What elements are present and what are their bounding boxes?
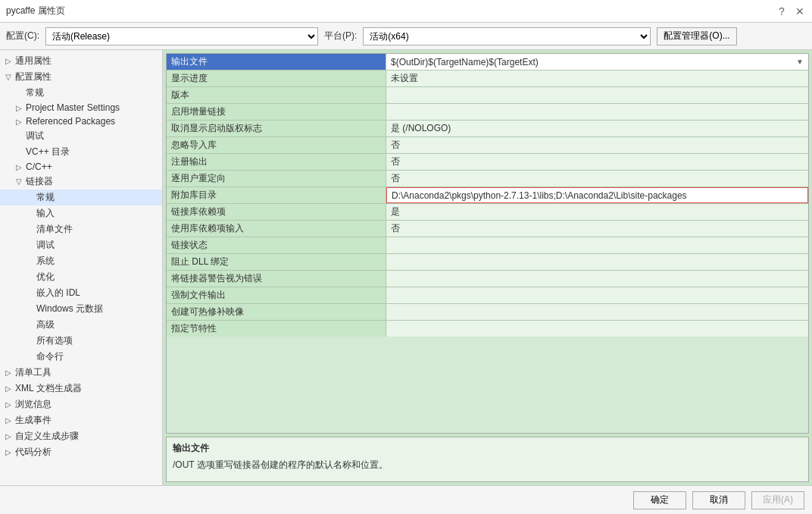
tree-item-build-events[interactable]: ▷生成事件 [0, 412, 162, 428]
property-panel: 输出文件 $(OutDir)$(TargetName)$(TargetExt) … [163, 50, 812, 485]
prop-value-output-file[interactable]: $(OutDir)$(TargetName)$(TargetExt) ▼ [386, 54, 808, 70]
table-row[interactable]: 启用增量链接 [167, 104, 808, 121]
tree-label: C/C++ [26, 161, 52, 172]
tree-label: VC++ 目录 [26, 146, 70, 158]
tree-label: XML 文档生成器 [15, 382, 82, 395]
tree-item-config[interactable]: ▽配置属性 [0, 69, 162, 85]
prop-dropdown[interactable]: $(OutDir)$(TargetName)$(TargetExt) ▼ [391, 57, 804, 67]
tree-item-general2[interactable]: 常规 [0, 85, 162, 101]
tree-item-linker-general[interactable]: 常规 [0, 190, 162, 205]
tree-item-linker-input[interactable]: 输入 [0, 205, 162, 221]
prop-value-treat-linker-warn[interactable] [386, 271, 808, 287]
platform-label: 平台(P): [324, 30, 357, 42]
table-row[interactable]: 阻止 DLL 绑定 [167, 254, 808, 271]
table-row[interactable]: 输出文件 $(OutDir)$(TargetName)$(TargetExt) … [167, 54, 808, 71]
tree-item-linker-windows[interactable]: Windows 元数据 [0, 301, 162, 317]
tree-item-linker-debug[interactable]: 调试 [0, 237, 162, 253]
tree-item-debug[interactable]: 调试 [0, 128, 162, 144]
cancel-button[interactable]: 取消 [692, 491, 745, 509]
tree-item-linker-system[interactable]: 系统 [0, 253, 162, 269]
prop-value-register-output[interactable]: 否 [386, 154, 808, 170]
property-grid: 输出文件 $(OutDir)$(TargetName)$(TargetExt) … [166, 53, 809, 434]
prop-value-use-lib-input[interactable]: 否 [386, 221, 808, 237]
prop-value-link-status[interactable] [386, 237, 808, 253]
description-panel: 输出文件 /OUT 选项重写链接器创建的程序的默认名称和位置。 [166, 437, 809, 482]
prop-value-enable-incremental[interactable] [386, 104, 808, 120]
prop-value-force-file-output[interactable] [386, 287, 808, 303]
table-row[interactable]: 将链接器警告视为错误 [167, 271, 808, 287]
tree-label: 常规 [26, 86, 44, 99]
table-row[interactable]: 指定节特性 [167, 321, 808, 337]
tree-item-xml-gen[interactable]: ▷XML 文档生成器 [0, 381, 162, 396]
platform-select[interactable]: 活动(x64) [363, 27, 651, 45]
prop-value-ignore-import[interactable]: 否 [386, 137, 808, 153]
tree-toggle: ▷ [14, 104, 24, 112]
prop-name-output-file: 输出文件 [167, 54, 386, 70]
prop-value-show-progress[interactable]: 未设置 [386, 71, 808, 86]
prop-value-create-hotpatch[interactable] [386, 304, 808, 320]
tree-item-general[interactable]: ▷通用属性 [0, 53, 162, 69]
tree-item-browser-info[interactable]: ▷浏览信息 [0, 396, 162, 412]
prop-value-link-lib-dep[interactable]: 是 [386, 204, 808, 220]
tree-toggle: ▷ [3, 416, 14, 425]
table-row[interactable]: 链接库依赖项是 [167, 204, 808, 221]
table-row[interactable]: 注册输出否 [167, 154, 808, 171]
tree-item-cpp[interactable]: ▷C/C++ [0, 160, 162, 174]
tree-item-linker[interactable]: ▽链接器 [0, 174, 162, 190]
tree-item-linker-advanced[interactable]: 高级 [0, 317, 162, 333]
prop-value-additional-lib[interactable]: D:\Anaconda2\pkgs\python-2.7.13-1\libs;D… [386, 187, 808, 203]
tree-item-linker-manifest[interactable]: 清单文件 [0, 221, 162, 237]
ok-button[interactable]: 确定 [633, 491, 686, 509]
tree-toggle: ▷ [3, 432, 14, 440]
tree-item-linker-cmd[interactable]: 命令行 [0, 349, 162, 365]
prop-value-prevent-dll[interactable] [386, 254, 808, 270]
config-select[interactable]: 活动(Release) [45, 27, 318, 45]
table-row[interactable]: 版本 [167, 87, 808, 104]
tree-item-referenced-packages[interactable]: ▷Referenced Packages [0, 114, 162, 128]
table-row[interactable]: 取消显示启动版权标志是 (/NOLOGO) [167, 121, 808, 137]
config-manager-button[interactable]: 配置管理器(O)... [657, 27, 736, 45]
table-row[interactable]: 链接状态 [167, 237, 808, 254]
prop-name-link-lib-dep: 链接库依赖项 [167, 204, 386, 220]
prop-name-enable-incremental: 启用增量链接 [167, 104, 386, 120]
tree-item-linker-idl[interactable]: 嵌入的 IDL [0, 285, 162, 301]
tree-label: 代码分析 [15, 446, 52, 459]
table-row[interactable]: 创建可热修补映像 [167, 304, 808, 321]
prop-value-per-user-redirect[interactable]: 否 [386, 171, 808, 186]
tree-item-linker-all[interactable]: 所有选项 [0, 333, 162, 349]
tree-label: 系统 [36, 255, 55, 268]
prop-name-treat-linker-warn: 将链接器警告视为错误 [167, 271, 386, 287]
tree-item-code-analysis[interactable]: ▷代码分析 [0, 444, 162, 460]
prop-value-suppress-startup[interactable]: 是 (/NOLOGO) [386, 121, 808, 136]
dropdown-arrow-icon[interactable]: ▼ [796, 58, 804, 66]
table-row[interactable]: 显示进度未设置 [167, 71, 808, 87]
tree-item-custom-build[interactable]: ▷自定义生成步骤 [0, 428, 162, 444]
table-row[interactable]: 使用库依赖项输入否 [167, 221, 808, 237]
tree-item-vcpp-dirs[interactable]: VC++ 目录 [0, 144, 162, 160]
table-row[interactable]: 附加库目录D:\Anaconda2\pkgs\python-2.7.13-1\l… [167, 187, 808, 204]
tree-label: Referenced Packages [26, 116, 115, 127]
prop-name-use-lib-input: 使用库依赖项输入 [167, 221, 386, 237]
prop-value-version[interactable] [386, 87, 808, 103]
apply-button[interactable]: 应用(A) [751, 491, 804, 509]
close-button[interactable]: ✕ [794, 5, 806, 17]
tree-label: 高级 [36, 318, 55, 331]
prop-value-specify-section[interactable] [386, 321, 808, 337]
tree-label: 自定义生成步骤 [15, 430, 79, 443]
titlebar-title: pycaffe 属性页 [6, 5, 65, 17]
tree-toggle: ▽ [3, 73, 14, 81]
tree-label: 浏览信息 [15, 398, 52, 411]
prop-name-additional-lib: 附加库目录 [167, 187, 386, 203]
tree-item-linker-opt[interactable]: 优化 [0, 269, 162, 285]
tree-toggle: ▷ [3, 384, 14, 393]
help-button[interactable]: ? [776, 5, 788, 17]
table-row[interactable]: 强制文件输出 [167, 287, 808, 304]
tree-toggle: ▷ [14, 163, 24, 171]
tree-item-project-master[interactable]: ▷Project Master Settings [0, 101, 162, 114]
table-row[interactable]: 逐用户重定向否 [167, 171, 808, 187]
tree-label: 输入 [36, 207, 55, 220]
tree-label: 所有选项 [36, 334, 73, 347]
table-row[interactable]: 忽略导入库否 [167, 137, 808, 154]
titlebar-controls: ? ✕ [776, 5, 806, 17]
tree-item-cleaner[interactable]: ▷清单工具 [0, 365, 162, 381]
